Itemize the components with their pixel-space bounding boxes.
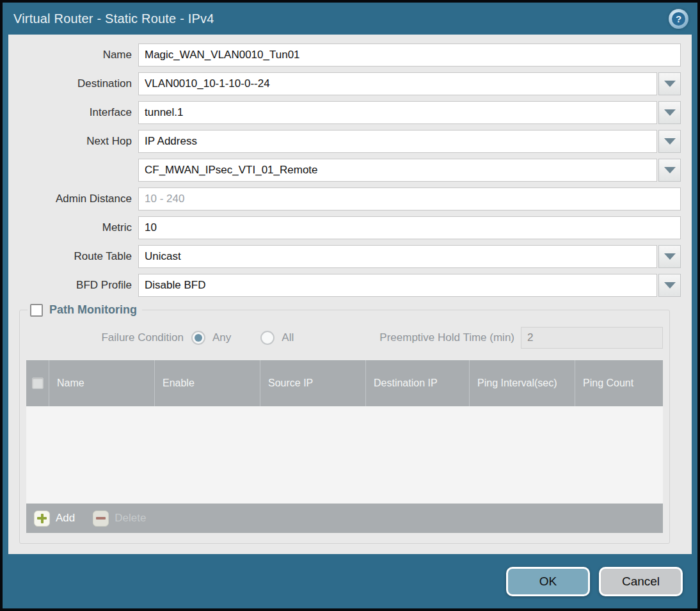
delete-button-label: Delete	[115, 512, 146, 525]
static-route-dialog: Virtual Router - Static Route - IPv4 ? N…	[0, 0, 700, 611]
dialog-footer: OK Cancel	[3, 554, 697, 608]
name-input[interactable]	[138, 44, 681, 67]
failure-condition-row: Failure Condition Any All Preemptive Hol…	[26, 327, 663, 349]
preemptive-hold-time-label: Preemptive Hold Time (min)	[379, 331, 521, 344]
form-row-admin-distance: Admin Distance	[8, 187, 681, 210]
column-header-ping-count: Ping Count	[575, 360, 663, 406]
next-hop-type-input[interactable]	[138, 130, 657, 153]
select-all-header-cell	[26, 360, 49, 406]
failure-condition-label: Failure Condition	[26, 331, 191, 344]
form-row-next-hop: Next Hop	[8, 130, 681, 153]
admin-distance-label: Admin Distance	[8, 193, 138, 205]
form-row-destination: Destination	[8, 72, 681, 95]
next-hop-address-input[interactable]	[138, 159, 657, 182]
destination-input[interactable]	[138, 72, 657, 95]
preemptive-hold-time-input	[521, 327, 663, 349]
chevron-down-icon	[664, 167, 676, 173]
failure-condition-all-label: All	[282, 331, 294, 344]
dialog-titlebar: Virtual Router - Static Route - IPv4 ?	[3, 3, 697, 35]
next-hop-label: Next Hop	[8, 135, 138, 148]
bfd-profile-dropdown-button[interactable]	[658, 274, 681, 297]
path-monitoring-legend: Path Monitoring	[28, 303, 142, 317]
bfd-profile-input[interactable]	[138, 274, 657, 297]
delete-button: Delete	[93, 511, 146, 527]
form-row-bfd-profile: BFD Profile	[8, 274, 681, 297]
next-hop-dropdown-button[interactable]	[658, 130, 681, 153]
add-button-label: Add	[56, 512, 75, 525]
add-button[interactable]: Add	[34, 511, 75, 527]
column-header-source-ip: Source IP	[260, 360, 365, 406]
bfd-profile-label: BFD Profile	[8, 279, 138, 292]
failure-condition-any-radio[interactable]	[191, 331, 205, 345]
interface-dropdown-button[interactable]	[658, 101, 681, 124]
dialog-title: Virtual Router - Static Route - IPv4	[13, 12, 214, 26]
destination-dropdown-button[interactable]	[658, 72, 681, 95]
path-monitoring-checkbox[interactable]	[30, 304, 43, 317]
route-table-dropdown-button[interactable]	[658, 245, 681, 268]
next-hop-address-dropdown-button[interactable]	[658, 159, 681, 182]
metric-label: Metric	[8, 221, 138, 234]
plus-icon	[34, 511, 50, 527]
admin-distance-input[interactable]	[138, 187, 681, 210]
ok-button[interactable]: OK	[506, 567, 590, 596]
failure-condition-any-label: Any	[212, 331, 231, 344]
metric-input[interactable]	[138, 216, 681, 239]
column-header-enable: Enable	[154, 360, 260, 406]
select-all-checkbox	[32, 377, 44, 389]
name-label: Name	[8, 49, 138, 61]
path-monitoring-title: Path Monitoring	[49, 303, 137, 317]
form-row-route-table: Route Table	[8, 245, 681, 268]
route-table-input[interactable]	[138, 245, 657, 268]
chevron-down-icon	[664, 253, 676, 260]
interface-input[interactable]	[138, 101, 657, 124]
route-table-label: Route Table	[8, 250, 138, 263]
table-header-row: Name Enable Source IP Destination IP Pin…	[26, 360, 663, 406]
table-body-empty	[26, 406, 663, 504]
column-header-destination-ip: Destination IP	[365, 360, 469, 406]
cancel-button[interactable]: Cancel	[599, 567, 683, 596]
path-monitoring-table: Name Enable Source IP Destination IP Pin…	[26, 360, 663, 533]
chevron-down-icon	[664, 138, 676, 145]
chevron-down-icon	[664, 109, 676, 116]
dialog-body: Name Destination Interface	[8, 35, 692, 554]
form-row-metric: Metric	[8, 216, 681, 239]
destination-label: Destination	[8, 77, 138, 90]
failure-condition-all-radio[interactable]	[260, 331, 274, 345]
question-mark-glyph: ?	[672, 12, 685, 26]
interface-label: Interface	[8, 106, 138, 119]
form-row-name: Name	[8, 44, 681, 67]
table-toolbar: Add Delete	[26, 504, 663, 533]
form-row-next-hop-address	[8, 159, 681, 182]
column-header-name: Name	[49, 360, 154, 406]
form-row-interface: Interface	[8, 101, 681, 124]
chevron-down-icon	[664, 282, 676, 289]
path-monitoring-section: Path Monitoring Failure Condition Any Al…	[19, 303, 670, 544]
chevron-down-icon	[664, 81, 676, 87]
minus-icon	[93, 511, 109, 527]
help-icon[interactable]: ?	[669, 9, 688, 29]
column-header-ping-interval: Ping Interval(sec)	[469, 360, 575, 406]
